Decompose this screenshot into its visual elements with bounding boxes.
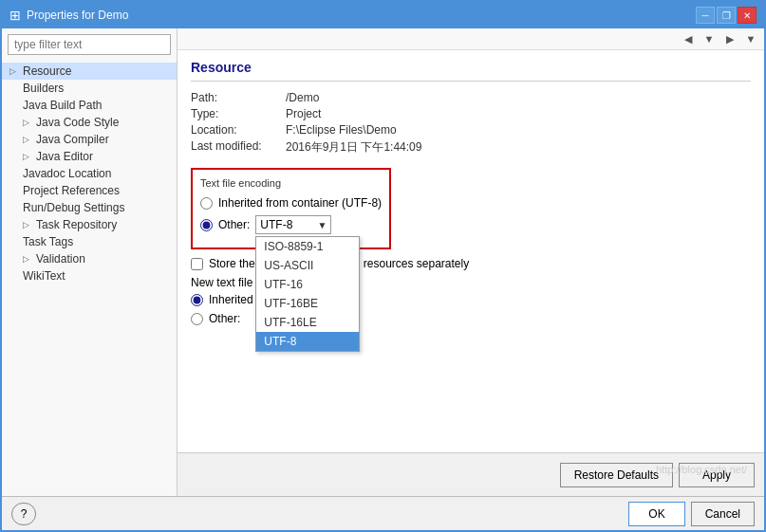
expand-icon: ▷	[23, 254, 32, 264]
filter-input[interactable]	[8, 34, 171, 55]
other-radio[interactable]	[200, 219, 213, 231]
sidebar-item-wikitext[interactable]: WikiText	[2, 267, 177, 284]
sidebar-item-label: Run/Debug Settings	[23, 201, 124, 214]
cancel-button[interactable]: Cancel	[691, 502, 755, 526]
encoding-dropdown-menu: ISO-8859-1 US-ASCII UTF-16 UTF-16BE UTF-…	[255, 236, 360, 352]
nav-dropdown2-button[interactable]: ▼	[741, 30, 760, 47]
sidebar-item-java-compiler[interactable]: ▷ Java Compiler	[2, 131, 177, 148]
sidebar-item-resource[interactable]: ▷ Resource	[2, 63, 177, 80]
store-checkbox[interactable]	[191, 258, 203, 270]
footer-bar: ? OK Cancel	[2, 496, 764, 530]
sidebar: ▷ Resource Builders Java Build Path ▷ Ja…	[2, 28, 177, 496]
sidebar-item-label: Java Editor	[36, 150, 93, 163]
encoding-title: Text file encoding	[200, 177, 382, 189]
other-radio-label: Other:	[218, 218, 250, 231]
ok-button[interactable]: OK	[628, 502, 684, 526]
encoding-option-utf16be[interactable]: UTF-16BE	[256, 294, 359, 313]
location-row: Location: F:\Eclipse Files\Demo	[191, 123, 751, 137]
inherited2-radio[interactable]	[191, 294, 203, 306]
window-icon: ⊞	[9, 8, 21, 23]
dropdown-arrow-icon: ▼	[317, 220, 327, 230]
sidebar-item-task-repository[interactable]: ▷ Task Repository	[2, 216, 177, 233]
location-value: F:\Eclipse Files\Demo	[286, 123, 397, 137]
sidebar-item-label: Java Code Style	[36, 116, 119, 129]
sidebar-item-java-build-path[interactable]: Java Build Path	[2, 97, 177, 114]
encoding-option-utf16[interactable]: UTF-16	[256, 275, 359, 294]
sidebar-item-label: Task Tags	[23, 235, 73, 248]
sidebar-item-project-references[interactable]: Project References	[2, 182, 177, 199]
encoding-option-iso[interactable]: ISO-8859-1	[256, 237, 359, 256]
window-title: Properties for Demo	[27, 9, 128, 22]
modified-label: Last modified:	[191, 139, 286, 156]
other2-radio[interactable]	[191, 313, 203, 325]
sidebar-item-label: WikiText	[23, 269, 65, 283]
sidebar-item-label: Project References	[23, 184, 120, 197]
sidebar-item-label: Resource	[23, 64, 71, 78]
sidebar-item-label: Task Repository	[36, 218, 117, 231]
selected-encoding-label: UTF-8	[260, 218, 292, 231]
tree-items: ▷ Resource Builders Java Build Path ▷ Ja…	[2, 61, 177, 496]
encoding-option-ascii[interactable]: US-ASCII	[256, 256, 359, 275]
encoding-section: Text file encoding Inherited from contai…	[191, 168, 391, 249]
path-row: Path: /Demo	[191, 91, 751, 104]
location-label: Location:	[191, 123, 286, 137]
back-button[interactable]: ◀	[679, 30, 698, 47]
expand-icon: ▷	[9, 66, 19, 76]
footer-right-buttons: OK Cancel	[628, 502, 755, 526]
type-row: Type: Project	[191, 107, 751, 120]
sidebar-item-label: Javadoc Location	[23, 167, 111, 180]
title-bar: ⊞ Properties for Demo ─ ❐ ✕	[2, 2, 764, 28]
inherited-radio-row: Inherited from container (UTF-8)	[200, 196, 382, 210]
modified-row: Last modified: 2016年9月1日 下午1:44:09	[191, 139, 751, 156]
title-bar-left: ⊞ Properties for Demo	[9, 8, 128, 23]
encoding-option-utf8[interactable]: UTF-8	[256, 332, 359, 351]
title-bar-controls: ─ ❐ ✕	[696, 7, 757, 24]
sidebar-item-label: Builders	[23, 82, 64, 95]
right-panel: ◀ ▼ ▶ ▼ Resource Path: /Demo Type: Proje…	[177, 28, 764, 496]
expand-icon: ▷	[23, 118, 32, 127]
sidebar-item-validation[interactable]: ▷ Validation	[2, 250, 177, 267]
expand-icon: ▷	[23, 152, 32, 161]
help-button[interactable]: ?	[11, 503, 36, 525]
other2-label: Other:	[209, 312, 240, 325]
close-button[interactable]: ✕	[738, 7, 757, 24]
encoding-dropdown-container: UTF-8 ▼ ISO-8859-1 US-ASCII UTF-16 UTF-1…	[255, 215, 331, 234]
path-value: /Demo	[286, 91, 319, 104]
sidebar-item-builders[interactable]: Builders	[2, 80, 177, 97]
sidebar-item-java-code-style[interactable]: ▷ Java Code Style	[2, 114, 177, 131]
sidebar-item-task-tags[interactable]: Task Tags	[2, 233, 177, 250]
expand-icon: ▷	[23, 220, 32, 229]
modified-value: 2016年9月1日 下午1:44:09	[286, 139, 421, 156]
minimize-button[interactable]: ─	[696, 7, 715, 24]
properties-window: ⊞ Properties for Demo ─ ❐ ✕ ▷ Resource B…	[0, 0, 766, 532]
main-content: ▷ Resource Builders Java Build Path ▷ Ja…	[2, 28, 764, 496]
restore-button[interactable]: ❐	[717, 7, 736, 24]
type-value: Project	[286, 107, 321, 120]
expand-icon: ▷	[23, 135, 32, 144]
content-wrapper: Resource Path: /Demo Type: Project Locat…	[177, 50, 764, 452]
sidebar-item-label: Validation	[36, 252, 85, 266]
content-title: Resource	[191, 60, 751, 82]
sidebar-item-run-debug[interactable]: Run/Debug Settings	[2, 199, 177, 216]
inherited-radio-label: Inherited from container (UTF-8)	[218, 196, 382, 210]
sidebar-item-javadoc-location[interactable]: Javadoc Location	[2, 165, 177, 182]
sidebar-item-label: Java Build Path	[23, 99, 102, 112]
type-label: Type:	[191, 107, 286, 120]
nav-dropdown-button[interactable]: ▼	[700, 30, 719, 47]
encoding-option-utf16le[interactable]: UTF-16LE	[256, 313, 359, 332]
sidebar-item-label: Java Compiler	[36, 133, 109, 146]
path-label: Path:	[191, 91, 286, 104]
inherited-radio[interactable]	[200, 197, 213, 210]
encoding-select[interactable]: UTF-8 ▼	[255, 215, 331, 234]
sidebar-item-java-editor[interactable]: ▷ Java Editor	[2, 148, 177, 165]
forward-button[interactable]: ▶	[720, 30, 739, 47]
other-radio-row: Other: UTF-8 ▼ ISO-8859-1 US-ASCII UTF-1…	[200, 215, 382, 234]
header-nav: ◀ ▼ ▶ ▼	[177, 28, 764, 50]
